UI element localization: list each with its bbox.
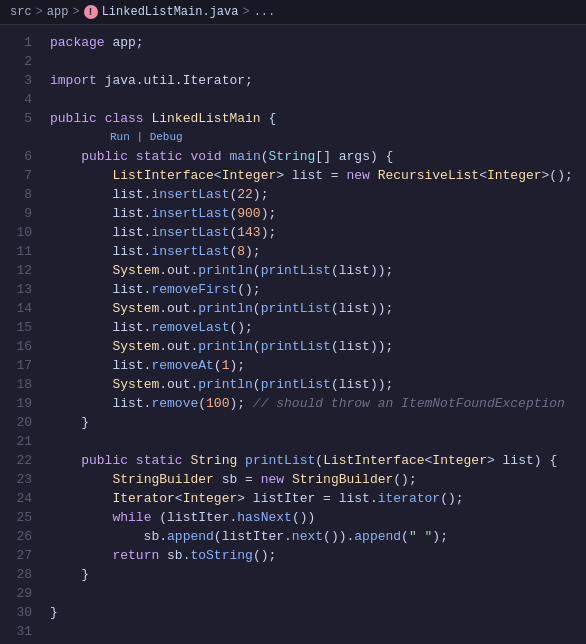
token-plain — [183, 451, 191, 470]
token-plain — [50, 261, 112, 280]
token-cls: Integer — [487, 166, 542, 185]
token-plain: } — [50, 603, 58, 622]
line-number: 16 — [0, 337, 32, 356]
line-number: 14 — [0, 299, 32, 318]
token-plain: ); — [253, 185, 269, 204]
code-line: list.insertLast(900); — [50, 204, 586, 223]
code-line: list.remove(100); // should throw an Ite… — [50, 394, 586, 413]
token-plain — [128, 147, 136, 166]
breadcrumb-error-icon: ! — [84, 5, 98, 19]
token-fn: println — [198, 375, 253, 394]
line-number: 17 — [0, 356, 32, 375]
code-line — [50, 52, 586, 71]
line-number: 1 — [0, 33, 32, 52]
token-plain — [50, 508, 112, 527]
code-line: } — [50, 603, 586, 622]
breadcrumb-ellipsis: ... — [254, 5, 276, 19]
line-number: 6 — [0, 147, 32, 166]
token-plain — [50, 470, 112, 489]
token-fn: hasNext — [237, 508, 292, 527]
token-fn: printList — [245, 451, 315, 470]
token-plain: sb. — [159, 546, 190, 565]
token-cm: // should throw an ItemNotFoundException — [253, 394, 565, 413]
token-fn: toString — [190, 546, 252, 565]
token-plain: app; — [105, 33, 144, 52]
line-number: 24 — [0, 489, 32, 508]
line-numbers: 1234567891011121314151617181920212223242… — [0, 25, 42, 641]
token-plain — [50, 166, 112, 185]
token-plain — [144, 109, 152, 128]
code-line: list.insertLast(22); — [50, 185, 586, 204]
code-content[interactable]: package app;import java.util.Iterator;pu… — [42, 25, 586, 641]
line-number: 12 — [0, 261, 32, 280]
line-number: 3 — [0, 71, 32, 90]
token-plain — [50, 489, 112, 508]
token-cls: Integer — [432, 451, 487, 470]
token-plain — [50, 337, 112, 356]
token-plain: ( — [253, 337, 261, 356]
token-cls: System — [112, 375, 159, 394]
code-line: System.out.println(printList(list)); — [50, 299, 586, 318]
token-fn: insertLast — [151, 223, 229, 242]
token-plain: ( — [401, 527, 409, 546]
token-cls: System — [112, 261, 159, 280]
token-plain: list. — [50, 185, 151, 204]
token-plain: .out. — [159, 337, 198, 356]
token-fn: insertLast — [151, 204, 229, 223]
token-plain: ( — [253, 261, 261, 280]
token-plain: ( — [229, 223, 237, 242]
token-plain — [183, 147, 191, 166]
code-line: list.removeAt(1); — [50, 356, 586, 375]
token-plain: ); — [229, 394, 252, 413]
line-number: 21 — [0, 432, 32, 451]
code-line: StringBuilder sb = new StringBuilder(); — [50, 470, 586, 489]
token-plain: ( — [229, 242, 237, 261]
token-str: " " — [409, 527, 432, 546]
code-line — [50, 622, 586, 641]
code-line: list.insertLast(143); — [50, 223, 586, 242]
debug-link[interactable]: Debug — [150, 131, 183, 143]
token-plain: { — [261, 109, 277, 128]
breadcrumb-filename: LinkedListMain.java — [102, 5, 239, 19]
line-number: 23 — [0, 470, 32, 489]
token-plain: ( — [214, 356, 222, 375]
code-line: } — [50, 565, 586, 584]
breadcrumb: src > app > ! LinkedListMain.java > ... — [0, 0, 586, 25]
line-number: 13 — [0, 280, 32, 299]
token-plain: ( — [253, 299, 261, 318]
token-fn: removeLast — [151, 318, 229, 337]
token-cls: StringBuilder — [112, 470, 213, 489]
token-fn: printList — [261, 337, 331, 356]
token-plain — [370, 166, 378, 185]
token-fn: append — [167, 527, 214, 546]
token-plain: ()). — [323, 527, 354, 546]
token-plain: ( — [229, 185, 237, 204]
token-plain: ( — [261, 147, 269, 166]
token-plain: ( — [253, 375, 261, 394]
token-plain — [50, 299, 112, 318]
line-number: 22 — [0, 451, 32, 470]
token-plain: list. — [50, 394, 151, 413]
token-kw: static — [136, 451, 183, 470]
token-plain: ()) — [292, 508, 315, 527]
line-number: 18 — [0, 375, 32, 394]
token-kw: while — [112, 508, 151, 527]
token-plain: ( — [198, 394, 206, 413]
token-num: 8 — [237, 242, 245, 261]
token-plain: .out. — [159, 261, 198, 280]
code-line: public class LinkedListMain { — [50, 109, 586, 128]
code-line: list.insertLast(8); — [50, 242, 586, 261]
token-plain — [50, 375, 112, 394]
run-link[interactable]: Run — [110, 131, 130, 143]
token-plain: } — [50, 413, 89, 432]
code-line: System.out.println(printList(list)); — [50, 375, 586, 394]
token-plain: list. — [50, 242, 151, 261]
token-plain — [50, 546, 112, 565]
code-line: list.removeLast(); — [50, 318, 586, 337]
token-cls: ListInterface — [323, 451, 424, 470]
token-fn: append — [354, 527, 401, 546]
token-plain: (); — [237, 280, 260, 299]
token-fn: println — [198, 337, 253, 356]
breadcrumb-sep2: > — [72, 5, 79, 19]
token-fn: main — [230, 147, 261, 166]
